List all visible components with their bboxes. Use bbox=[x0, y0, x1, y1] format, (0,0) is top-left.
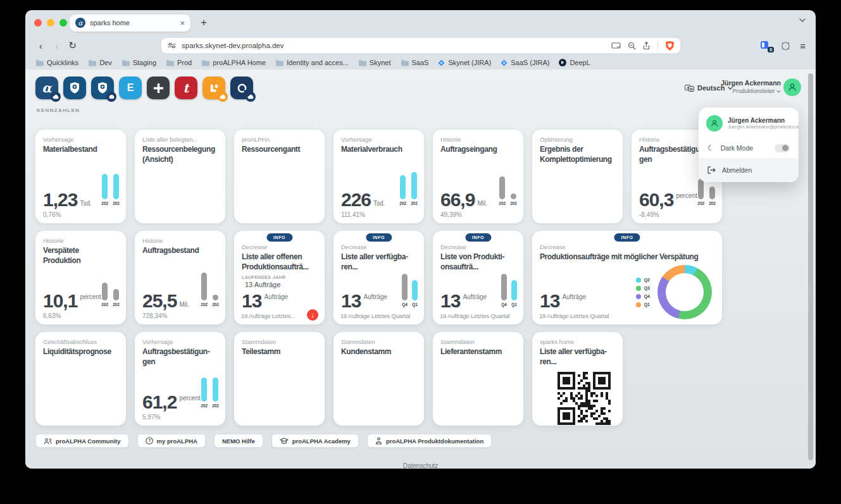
bookmark-item[interactable]: Dev bbox=[88, 59, 112, 66]
mini-bar-chart: Q4Q1 bbox=[501, 274, 517, 307]
dark-mode-row[interactable]: ☾ Dark Mode bbox=[699, 138, 799, 158]
footer-button[interactable]: proALPHA Community bbox=[35, 434, 129, 448]
kpi-card[interactable]: INFODecreaseListe von Produkti- onsauftr… bbox=[433, 231, 523, 324]
bookmark-item[interactable]: Quicklinks bbox=[35, 59, 78, 66]
app-icon-shield-pin-box[interactable] bbox=[91, 77, 114, 99]
site-settings-icon[interactable] bbox=[168, 42, 176, 49]
card-title: Materialbestand bbox=[43, 145, 118, 155]
kpi-value-group: 13Aufträge bbox=[440, 293, 487, 309]
bookmark-item[interactable]: SaaS (JIRA) bbox=[501, 59, 549, 66]
footer-button-label: proALPHA Community bbox=[56, 438, 121, 445]
browser-menu-icon[interactable]: ≡ bbox=[800, 40, 806, 51]
address-bar[interactable]: sparks.skynet-dev.proalpha.dev | bbox=[161, 38, 680, 53]
reader-mode-icon[interactable] bbox=[611, 42, 621, 49]
legend-item: Q2 bbox=[636, 278, 650, 283]
bookmark-label: Staging bbox=[133, 59, 156, 66]
kpi-card[interactable]: OptimierungErgebnis der Komplettoptimier… bbox=[532, 130, 623, 223]
footer-button[interactable]: ?my proALPHA bbox=[137, 434, 206, 448]
footer-button[interactable]: NEMO Hilfe bbox=[214, 434, 263, 448]
app-icon-proalpha-alpha[interactable]: α bbox=[35, 77, 58, 99]
bookmark-item[interactable]: Identity and acces... bbox=[275, 59, 349, 66]
bookmark-label: Identity and acces... bbox=[287, 59, 349, 66]
footer-button[interactable]: proALPHA Produktdokumentation bbox=[367, 434, 492, 448]
privacy-link[interactable]: Datenschutz bbox=[25, 462, 816, 469]
kpi-card[interactable]: INFODecreaseListe aller verfügba- ren...… bbox=[333, 231, 424, 324]
kpi-card[interactable]: Liste aller belegten...Ressourcenbelegun… bbox=[135, 130, 225, 223]
kpi-delta: -8,49% bbox=[639, 211, 659, 218]
footer-button[interactable]: proALPHA Academy bbox=[271, 434, 359, 448]
app-icon-shield-pin[interactable] bbox=[63, 77, 86, 99]
reload-button[interactable]: ↻ bbox=[65, 40, 80, 51]
kpi-card[interactable]: StammdatenLieferantenstamm bbox=[433, 332, 523, 426]
kpi-unit: Aufträge bbox=[562, 293, 586, 300]
close-window-button[interactable] bbox=[34, 19, 42, 27]
bookmark-label: Skynet (JIRA) bbox=[448, 59, 491, 66]
kpi-card[interactable]: sparks homeListe aller verfügba- ren... bbox=[532, 332, 623, 426]
app-icon-plus-app[interactable] bbox=[147, 77, 170, 99]
kpi-unit: Aufträge bbox=[363, 293, 387, 300]
bookmark-item[interactable]: Staging bbox=[121, 59, 156, 66]
menu-user-email: Juergen.Ackermann@proelectro.de bbox=[728, 124, 799, 130]
browser-tab[interactable]: α sparks home × bbox=[70, 15, 190, 32]
bookmark-item[interactable]: Skynet (JIRA) bbox=[438, 59, 491, 66]
dark-mode-toggle[interactable] bbox=[775, 144, 790, 152]
scrollbar-thumb[interactable] bbox=[808, 73, 813, 460]
kpi-card[interactable]: VorhersageMaterialverbrauch226Tsd.111,41… bbox=[333, 130, 424, 223]
new-tab-button[interactable]: + bbox=[201, 16, 207, 29]
kpi-card[interactable]: proALPHARessourcengantt bbox=[234, 130, 325, 223]
folder-icon bbox=[121, 59, 130, 66]
sidebar-panel-icon[interactable]: 0 bbox=[760, 40, 771, 51]
bookmark-item[interactable]: DeepL bbox=[559, 59, 590, 66]
folder-icon bbox=[275, 59, 283, 66]
info-badge: INFO bbox=[465, 233, 491, 242]
bar bbox=[201, 273, 207, 300]
forward-button[interactable]: › bbox=[49, 40, 65, 51]
bar bbox=[400, 175, 406, 199]
window-controls bbox=[34, 19, 67, 27]
browser-toolbar: ‹ › ↻ sparks.skynet-dev.proalpha.dev | bbox=[25, 35, 816, 56]
kpi-card[interactable]: INFODecreaseProduktionsaufträge mit mögl… bbox=[532, 231, 722, 324]
brave-shield-icon[interactable] bbox=[666, 41, 674, 51]
bar-label: 202 bbox=[709, 201, 716, 206]
share-icon[interactable] bbox=[643, 42, 650, 50]
app-icon-o-app[interactable] bbox=[230, 77, 253, 99]
user-info[interactable]: Jürgen Ackermann Produktionsleiter bbox=[714, 79, 781, 94]
tab-close-icon[interactable]: × bbox=[180, 19, 185, 27]
bookmark-item[interactable]: proALPHA Home bbox=[201, 59, 266, 66]
jira-icon bbox=[438, 59, 445, 66]
kpi-card[interactable]: GeschäftsabschlussLiquiditätsprognose bbox=[35, 332, 126, 426]
url-text[interactable]: sparks.skynet-dev.proalpha.dev bbox=[182, 42, 606, 49]
bookmark-item[interactable]: Skynet bbox=[358, 59, 391, 66]
bookmark-item[interactable]: Prod bbox=[166, 59, 192, 66]
back-button[interactable]: ‹ bbox=[33, 40, 49, 51]
app-icon-l1-app[interactable] bbox=[202, 77, 225, 99]
card-subvalue: 13 Aufträge bbox=[245, 281, 317, 288]
bar bbox=[501, 274, 507, 300]
kpi-card[interactable]: HistorieVerspätete Produktion10,1percent… bbox=[35, 231, 126, 324]
app-icon-e-app[interactable]: E bbox=[119, 77, 142, 99]
maximize-window-button[interactable] bbox=[59, 19, 67, 27]
kpi-card[interactable]: VorhersageMaterialbestand1,23Tsd.0,76%20… bbox=[35, 130, 126, 223]
kpi-delta: 6,63% bbox=[43, 312, 61, 319]
kpi-value: 61,2 bbox=[142, 394, 177, 410]
bar-label: Q1 bbox=[511, 302, 517, 307]
minimize-window-button[interactable] bbox=[47, 19, 54, 27]
card-category: Geschäftsabschluss bbox=[43, 338, 118, 345]
brave-rewards-icon[interactable] bbox=[781, 41, 790, 51]
kpi-card[interactable]: VorhersageAuftragsbestätigun- gen61,2per… bbox=[135, 332, 225, 426]
bookmark-item[interactable]: SaaS bbox=[401, 59, 429, 66]
kpi-card[interactable]: HistorieAuftragseingang66,9Mil.49,39%202… bbox=[433, 130, 523, 223]
logout-menu-item[interactable]: Abmelden bbox=[699, 158, 799, 182]
zoom-out-icon[interactable] bbox=[628, 42, 636, 50]
kpi-card[interactable]: HistorieAuftragsbestand25,5Mil.728,34%20… bbox=[135, 231, 225, 324]
user-avatar[interactable] bbox=[783, 78, 801, 96]
kpi-card[interactable]: INFODecreaseListe aller offenen Produkti… bbox=[234, 231, 325, 324]
app-icon-t-app[interactable]: t bbox=[175, 77, 197, 99]
kpi-card[interactable]: StammdatenTeilestamm bbox=[234, 332, 325, 426]
card-title: Auftragseingang bbox=[440, 145, 516, 155]
kpi-card[interactable]: StammdatenKundenstamm bbox=[333, 332, 424, 426]
toolbar-divider: | bbox=[657, 41, 659, 50]
tab-search-chevron-icon[interactable] bbox=[799, 18, 806, 22]
kpi-unit: Aufträge bbox=[264, 293, 288, 300]
person-icon bbox=[787, 82, 797, 92]
